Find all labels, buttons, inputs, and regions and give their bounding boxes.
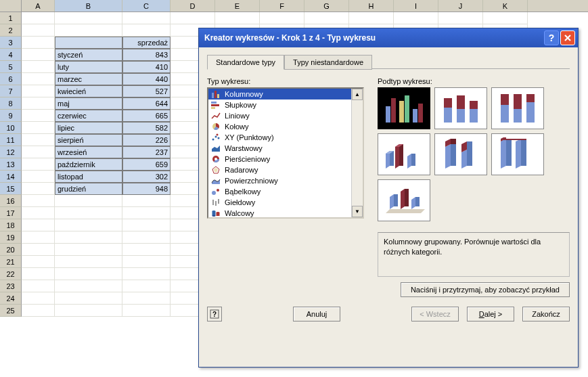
cell[interactable]: 665	[122, 110, 171, 122]
cell[interactable]	[122, 195, 171, 207]
subtype-option[interactable]	[378, 133, 430, 175]
row-header[interactable]: 6	[0, 73, 22, 85]
cell[interactable]	[55, 219, 122, 231]
cell[interactable]	[122, 268, 171, 280]
cell[interactable]: 302	[122, 171, 171, 183]
row-header[interactable]: 5	[0, 61, 22, 73]
cell[interactable]	[22, 110, 55, 122]
context-help-button[interactable]: ?	[207, 307, 222, 321]
cell[interactable]: kwiecień	[55, 85, 122, 97]
scroll-down-icon[interactable]: ▼	[352, 206, 363, 217]
cell[interactable]: lipiec	[55, 122, 122, 134]
cell[interactable]	[122, 244, 171, 256]
row-header[interactable]: 14	[0, 171, 22, 183]
row-header[interactable]: 15	[0, 183, 22, 195]
col-header-J[interactable]: J	[438, 0, 483, 12]
cell[interactable]	[55, 195, 122, 207]
subtype-option[interactable]	[491, 133, 544, 175]
cell[interactable]	[55, 292, 122, 305]
cell[interactable]	[22, 158, 55, 171]
row-header[interactable]: 16	[0, 195, 22, 207]
cell[interactable]: 948	[122, 183, 171, 195]
row-header[interactable]: 25	[0, 305, 22, 317]
row-header[interactable]: 18	[0, 219, 22, 231]
cell[interactable]	[22, 207, 55, 219]
cell[interactable]	[22, 292, 55, 305]
cell[interactable]	[122, 207, 171, 219]
cell[interactable]	[483, 12, 528, 24]
cell[interactable]	[22, 268, 55, 280]
col-header-I[interactable]: I	[394, 0, 438, 12]
cell[interactable]	[22, 122, 55, 134]
cell[interactable]: 410	[122, 61, 171, 73]
cell[interactable]	[55, 280, 122, 292]
cell[interactable]	[122, 292, 171, 305]
chart-type-item[interactable]: Warstwowy	[208, 143, 351, 154]
cell[interactable]	[122, 12, 171, 24]
finish-button[interactable]: Zakończ	[522, 307, 570, 321]
subtype-option[interactable]	[491, 87, 544, 129]
chart-type-item[interactable]: Kolumnowy	[208, 89, 351, 99]
cell[interactable]: 582	[122, 122, 171, 134]
row-header[interactable]: 9	[0, 110, 22, 122]
cell[interactable]	[22, 61, 55, 73]
cell[interactable]: sprzedaż	[122, 37, 171, 49]
row-header[interactable]: 22	[0, 268, 22, 280]
cell[interactable]: sierpień	[55, 134, 122, 146]
cell[interactable]	[22, 195, 55, 207]
col-header-H[interactable]: H	[349, 0, 394, 12]
row-header[interactable]: 21	[0, 256, 22, 268]
cell[interactable]: maj	[55, 97, 122, 110]
scroll-up-icon[interactable]: ▲	[352, 89, 363, 100]
row-header[interactable]: 2	[0, 24, 22, 37]
col-header-F[interactable]: F	[260, 0, 304, 12]
cell[interactable]	[215, 12, 260, 24]
cell[interactable]	[304, 12, 349, 24]
row-header[interactable]: 20	[0, 244, 22, 256]
cell[interactable]	[171, 12, 215, 24]
row-header[interactable]: 4	[0, 49, 22, 61]
col-header-E[interactable]: E	[215, 0, 260, 12]
col-header-K[interactable]: K	[483, 0, 528, 12]
row-header[interactable]: 1	[0, 12, 22, 24]
cell[interactable]	[22, 97, 55, 110]
col-header-G[interactable]: G	[304, 0, 349, 12]
cell[interactable]	[55, 12, 122, 24]
row-header[interactable]: 24	[0, 292, 22, 305]
cell[interactable]: listopad	[55, 171, 122, 183]
cell[interactable]	[22, 256, 55, 268]
cell[interactable]	[22, 219, 55, 231]
cell[interactable]: czerwiec	[55, 110, 122, 122]
col-header-D[interactable]: D	[171, 0, 215, 12]
cell[interactable]: 659	[122, 158, 171, 171]
back-button[interactable]: < Wstecz	[411, 307, 459, 321]
chart-type-item[interactable]: Walcowy	[208, 208, 351, 219]
cell[interactable]	[122, 305, 171, 317]
help-button[interactable]: ?	[544, 30, 559, 45]
col-header-C[interactable]: C	[122, 0, 171, 12]
cell[interactable]	[438, 12, 483, 24]
cell[interactable]: luty	[55, 61, 122, 73]
cell[interactable]: 440	[122, 73, 171, 85]
tab-custom[interactable]: Typy niestandardowe	[284, 55, 372, 70]
chart-type-item[interactable]: XY (Punktowy)	[208, 132, 351, 143]
cell[interactable]	[55, 24, 122, 37]
chart-type-item[interactable]: Giełdowy	[208, 197, 351, 208]
chart-type-item[interactable]: Radarowy	[208, 164, 351, 175]
chart-type-item[interactable]: Kołowy	[208, 121, 351, 132]
cell[interactable]: 237	[122, 146, 171, 158]
cell[interactable]	[55, 244, 122, 256]
select-all-corner[interactable]	[0, 0, 22, 12]
cell[interactable]	[22, 73, 55, 85]
cell[interactable]: 527	[122, 85, 171, 97]
chart-type-item[interactable]: Powierzchniowy	[208, 175, 351, 186]
chart-type-item[interactable]: Pierścieniowy	[208, 154, 351, 164]
cell[interactable]	[55, 268, 122, 280]
row-header[interactable]: 19	[0, 231, 22, 244]
cell[interactable]: styczeń	[55, 49, 122, 61]
cell[interactable]	[122, 256, 171, 268]
cancel-button[interactable]: Anuluj	[293, 307, 340, 321]
cell[interactable]	[55, 256, 122, 268]
preview-button[interactable]: Naciśnij i przytrzymaj, aby zobaczyć prz…	[401, 282, 570, 297]
row-header[interactable]: 17	[0, 207, 22, 219]
